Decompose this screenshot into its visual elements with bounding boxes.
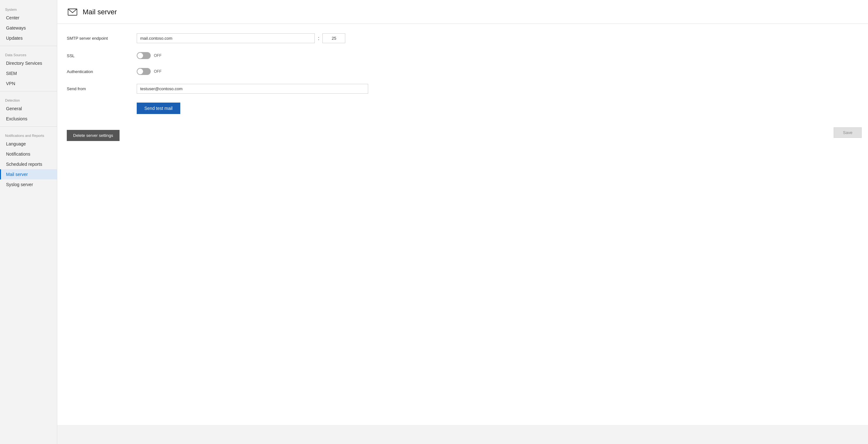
sendfrom-label: Send from — [67, 87, 137, 91]
ssl-toggle-container: OFF — [137, 52, 161, 59]
port-separator: : — [318, 36, 319, 41]
auth-row: Authentication OFF — [67, 68, 859, 75]
sendfrom-row: Send from — [67, 84, 859, 94]
page-title: Mail server — [83, 8, 117, 16]
auth-toggle-container: OFF — [137, 68, 161, 75]
page-panel: Mail server SMTP server endpoint : SSL — [57, 0, 868, 425]
sidebar-section-label-notifications-and-reports: Notifications and Reports — [0, 129, 57, 139]
sidebar-item-language[interactable]: Language — [0, 139, 57, 149]
sidebar-section-label-detection: Detection — [0, 94, 57, 104]
page-header: Mail server — [57, 0, 868, 24]
smtp-control: : — [137, 33, 345, 43]
auth-control: OFF — [137, 68, 161, 75]
port-input[interactable] — [322, 33, 345, 43]
smtp-row: SMTP server endpoint : — [67, 33, 859, 43]
sidebar-item-center[interactable]: Center — [0, 13, 57, 23]
auth-toggle-label: OFF — [154, 69, 161, 74]
form-area: SMTP server endpoint : SSL OFF — [57, 24, 868, 124]
sidebar-item-gateways[interactable]: Gateways — [0, 23, 57, 33]
sidebar-section-label-data-sources: Data Sources — [0, 48, 57, 58]
sidebar-item-siem[interactable]: SIEM — [0, 68, 57, 78]
ssl-label: SSL — [67, 54, 137, 58]
actions-row: Delete server settings Save — [57, 124, 868, 147]
save-button[interactable]: Save — [834, 127, 862, 138]
ssl-slider — [137, 52, 151, 59]
sidebar-item-notifications[interactable]: Notifications — [0, 149, 57, 159]
send-test-mail-button[interactable]: Send test mail — [137, 103, 180, 114]
delete-server-settings-button[interactable]: Delete server settings — [67, 130, 120, 141]
auth-toggle[interactable] — [137, 68, 151, 75]
auth-slider — [137, 68, 151, 75]
sendfrom-control — [137, 84, 368, 94]
sidebar-item-vpn[interactable]: VPN — [0, 78, 57, 89]
smtp-input[interactable] — [137, 33, 315, 43]
sidebar: SystemCenterGatewaysUpdatesData SourcesD… — [0, 0, 57, 444]
sidebar-section-label-system: System — [0, 3, 57, 13]
sidebar-item-syslog-server[interactable]: Syslog server — [0, 179, 57, 190]
sidebar-item-exclusions[interactable]: Exclusions — [0, 114, 57, 124]
sidebar-item-directory-services[interactable]: Directory Services — [0, 58, 57, 68]
ssl-toggle[interactable] — [137, 52, 151, 59]
ssl-row: SSL OFF — [67, 52, 859, 59]
sidebar-item-mail-server[interactable]: Mail server — [0, 169, 57, 179]
send-test-row: Send test mail — [67, 103, 859, 114]
divider-0 — [0, 46, 57, 46]
main-content: Mail server SMTP server endpoint : SSL — [57, 0, 868, 444]
smtp-label: SMTP server endpoint — [67, 36, 137, 41]
ssl-toggle-label: OFF — [154, 54, 161, 58]
sidebar-item-updates[interactable]: Updates — [0, 33, 57, 43]
ssl-control: OFF — [137, 52, 161, 59]
mail-icon — [67, 6, 78, 18]
auth-label: Authentication — [67, 69, 137, 74]
sidebar-item-scheduled-reports[interactable]: Scheduled reports — [0, 159, 57, 169]
send-test-control: Send test mail — [137, 103, 180, 114]
sendfrom-input[interactable] — [137, 84, 368, 94]
sidebar-item-general[interactable]: General — [0, 104, 57, 114]
divider-1 — [0, 91, 57, 92]
